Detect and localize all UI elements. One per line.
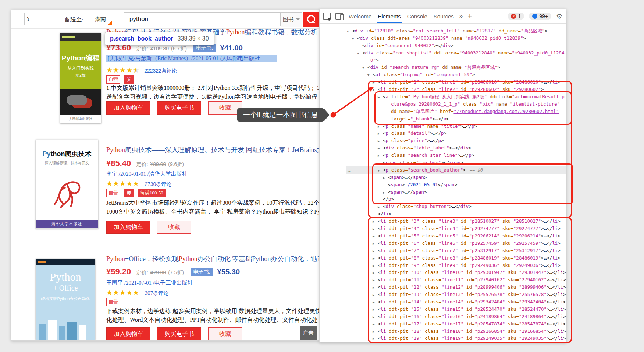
dom-tree-row[interactable]: ▼<li ddt-pit="2" class="line2" id="p2928… — [320, 86, 566, 93]
expand-arrow-closed-icon[interactable]: ▶ — [373, 299, 378, 306]
book3-reviews-link[interactable]: 307条评论 — [145, 290, 168, 296]
expand-arrow-open-icon[interactable]: ▼ — [347, 28, 352, 35]
dom-tree-row[interactable]: <span> /2021-05-01</span> — [320, 181, 566, 189]
tab-welcome[interactable]: Welcome — [348, 10, 372, 23]
dom-tree-row[interactable]: ▶<li ddt-pit="1" class="line1" id="p2848… — [320, 78, 566, 86]
book2-title-link[interactable]: Python爬虫技术——深入理解原理、技术与开发 网红技术专家！JetBrain… — [106, 145, 320, 154]
dom-tree-row[interactable]: ▶<p class="name" name="title">…</p> — [320, 123, 566, 130]
dom-tree-row[interactable]: ▶<div class="shop_button">…</div> — [320, 203, 566, 210]
dom-tree-row[interactable]: </p> — [320, 196, 566, 203]
expand-arrow-closed-icon[interactable]: ▶ — [373, 292, 378, 299]
expand-arrow-open-icon[interactable]: ▼ — [357, 50, 362, 57]
messages-badge[interactable]: 99+ — [529, 13, 551, 20]
tab-sources[interactable]: Sources — [433, 10, 455, 23]
dom-tree-row[interactable]: ▶<li ddt-pit="18" class="line18" id="p29… — [320, 328, 566, 335]
book1-cover-image[interactable]: Python编程 从入门到实践 (第2版) 人民邮电出版社 — [60, 33, 101, 123]
expand-arrow-closed-icon[interactable]: ▶ — [373, 240, 378, 248]
expand-arrow-open-icon[interactable]: ▼ — [352, 35, 357, 43]
dom-tree-row[interactable]: ▶<li ddt-pit="14" class="line14" id="p29… — [320, 298, 566, 306]
dom-tree-row[interactable]: ▶<p class="detail">…</p> — [320, 130, 566, 137]
expand-arrow-open-icon[interactable]: ▼ — [378, 167, 383, 175]
dom-tree-row[interactable]: ▶<li ddt-pit="16" class="line16" id="p24… — [320, 313, 566, 320]
dom-tree-row[interactable]: ▼<div class ddt-area="94003212839" name=… — [320, 35, 566, 42]
dom-tree-row[interactable]: ▶<li ddt-pit="10" class="line10" id="p29… — [320, 269, 566, 276]
expand-arrow-closed-icon[interactable]: ▶ — [373, 306, 378, 314]
book2-reviews-link[interactable]: 2730条评论 — [145, 181, 171, 187]
dom-tree-row[interactable]: <span class="tag_box"></span> — [320, 159, 566, 166]
dom-tree-row[interactable]: ▼<p class="search_book_author">== $0… — [320, 166, 566, 174]
dom-tree-row[interactable]: ▶<p class="price">…</p> — [320, 137, 566, 144]
dom-tree-row[interactable]: ▶<span>…</span> — [320, 174, 566, 181]
expand-arrow-closed-icon[interactable]: ▶ — [373, 335, 378, 342]
device-toolbar-icon[interactable] — [335, 13, 343, 20]
tab-console[interactable]: Console — [406, 10, 428, 23]
book2-cover-image[interactable]: PyPython爬虫技术thon爬虫技术 深入理解原理、技术与开发 清华大学出版… — [36, 140, 98, 229]
dom-tree-row[interactable]: ▼<ul class="bigimg" id="component_59"> — [320, 71, 566, 78]
more-tabs-icon[interactable]: » — [459, 13, 463, 20]
add-to-cart-button[interactable]: 加入购物车 — [106, 101, 150, 115]
book1-reviews-link[interactable]: 222322条评论 — [144, 68, 177, 74]
dom-tree-row[interactable]: cture&pos=29280602_1_1_p" class="pic" na… — [320, 101, 566, 108]
dom-tree-row[interactable]: ▶<li ddt-pit="12" class="line12" id="p28… — [320, 284, 566, 291]
dom-tree-row[interactable]: ▶<li ddt-pit="15" class="line15" id="p28… — [320, 306, 566, 313]
dom-tree-row[interactable]: ▶<p class="search_star_line">…</p> — [320, 152, 566, 159]
favorite-button[interactable]: 收藏 — [208, 327, 242, 341]
expand-arrow-closed-icon[interactable]: ▶ — [373, 255, 378, 263]
expand-arrow-closed-icon[interactable]: ▶ — [378, 94, 383, 101]
buy-ebook-button[interactable]: 购买电子书 — [157, 101, 201, 115]
dom-tree-row[interactable]: ▶<li ddt-pit="19" class="line19" id="p29… — [320, 335, 566, 342]
dom-tree-row[interactable]: ▶<li ddt-pit="11" class="line11" id="p27… — [320, 276, 566, 284]
favorite-button[interactable]: 收藏 — [157, 221, 191, 234]
expand-arrow-closed-icon[interactable]: ▶ — [373, 233, 378, 240]
row-menu-icon[interactable]: … — [348, 166, 351, 174]
region-selector[interactable]: 湖南 — [89, 13, 112, 25]
price-min-input[interactable] — [11, 13, 25, 25]
dom-tree-row[interactable]: ▼<div id="search_nature_rg" dd_name="普通商… — [320, 64, 566, 71]
search-button[interactable] — [303, 12, 320, 27]
tab-elements[interactable]: Elements — [377, 10, 402, 23]
expand-arrow-closed-icon[interactable]: ▶ — [373, 248, 378, 255]
dom-tree-row[interactable]: ▶<li ddt-pit="4" class="line4" id="p2927… — [320, 225, 566, 232]
dom-tree-row[interactable]: ▶<li ddt-pit="13" class="line13" id="p25… — [320, 291, 566, 298]
dom-tree-row[interactable]: target="_blank">…</a> — [320, 115, 566, 123]
add-to-cart-button[interactable]: 加入购物车 — [106, 221, 150, 234]
dom-tree-row[interactable]: ▼<div class="con shoplist" ddt-area="940… — [320, 49, 566, 57]
syntax-token: "6" — [411, 240, 419, 246]
book1-author-link[interactable]: [美]埃里克·马瑟斯（Eric Matthes）/2021-05-01 /人民邮… — [106, 55, 277, 62]
dom-tree-row[interactable]: dd_name="单品图片" href="//product.dangdang.… — [320, 108, 566, 115]
add-to-cart-button[interactable]: 加入购物车 — [106, 327, 150, 341]
dom-tree-row[interactable]: ▶<a title=" Python编程 从入门到实践 第2版" ddclick… — [320, 93, 566, 101]
book3-author-link[interactable]: 王国平 /2021-07-01 /电子工业出版社 — [106, 280, 193, 286]
book3-title-link[interactable]: Python+Office：轻松实现Python办公自动化 零基础Python办… — [106, 254, 320, 263]
dom-tree-row[interactable]: 0"> — [320, 57, 566, 64]
dom-tree-row[interactable]: ▶<li ddt-pit="8" class="line8" id="p2848… — [320, 254, 566, 262]
buy-ebook-button[interactable]: 购买电子书 — [157, 327, 201, 341]
dom-tree-row[interactable]: ▼<div id="12810" class="col search_left"… — [320, 27, 566, 35]
dom-tree-row[interactable]: ▶<li ddt-pit="5" class="line5" id="p2920… — [320, 232, 566, 240]
search-input[interactable] — [124, 12, 281, 26]
dom-tree-row[interactable]: ▶<li ddt-pit="6" class="line6" id="p2925… — [320, 240, 566, 247]
expand-arrow-closed-icon[interactable]: ▶ — [373, 321, 378, 328]
expand-arrow-closed-icon[interactable]: ▶ — [383, 175, 388, 182]
dom-tree-row[interactable]: <div id="component_940032"></div> — [320, 42, 566, 49]
expand-arrow-open-icon[interactable]: ▼ — [362, 64, 367, 72]
expand-arrow-closed-icon[interactable]: ▶ — [373, 226, 378, 233]
dom-tree-row[interactable]: ▶<li ddt-pit="17" class="line17" id="p28… — [320, 320, 566, 328]
book2-author-link[interactable]: 李宁 /2020-01-01 /清华大学出版社 — [106, 171, 188, 177]
expand-arrow-open-icon[interactable]: ▼ — [367, 72, 373, 79]
dom-tree-row[interactable]: ▶<div class="lable_label">…</div> — [320, 144, 566, 152]
dom-tree-row[interactable]: ▶<li ddt-pit="7" class="line7" id="p2531… — [320, 247, 566, 254]
dom-tree-row[interactable]: </li> — [320, 210, 566, 218]
inspect-element-icon[interactable] — [323, 13, 331, 20]
price-max-input[interactable] — [33, 13, 54, 25]
add-tab-icon[interactable]: + — [467, 12, 472, 21]
book3-cover-image[interactable]: Python + Office 轻松实现Python办公自动化 — [36, 259, 95, 340]
dom-tree-row[interactable]: ▶<li ddt-pit="3" class="line3" id="p2851… — [320, 218, 566, 225]
expand-arrow-open-icon[interactable]: ▼ — [373, 87, 378, 94]
dom-tree-row[interactable]: ▶<span>…</span> — [320, 189, 566, 196]
category-select[interactable]: 图书 — [281, 12, 302, 27]
error-badge[interactable]: ✕ 1 — [508, 13, 524, 20]
gear-icon[interactable]: ⚙ — [556, 12, 562, 21]
expand-arrow-closed-icon[interactable]: ▶ — [373, 314, 378, 321]
dom-tree-row[interactable]: ▶<li ddt-pit="9" class="line9" id="p2924… — [320, 262, 566, 269]
